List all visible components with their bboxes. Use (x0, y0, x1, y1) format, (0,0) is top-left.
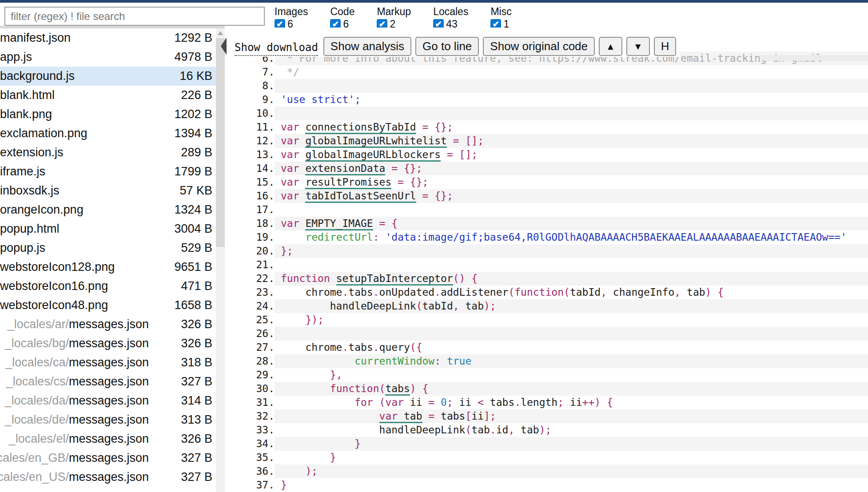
identifier-link[interactable]: globalImageURLwhitelist (305, 135, 447, 148)
source-viewer: 6. * For more info about this feature, s… (227, 28, 868, 492)
file-name: _locales/bg/messages.json (0, 337, 149, 350)
file-size: 16 KB (149, 69, 216, 83)
code-text: var tab = tabs[ii]; (275, 409, 868, 423)
file-row[interactable]: _locales/ca/messages.json318 B (0, 353, 216, 372)
file-base-name: background.js (0, 69, 75, 83)
identifier-link[interactable]: tab (404, 410, 422, 423)
file-name: extension.js (0, 146, 149, 159)
file-row[interactable]: popup.html3004 B (0, 219, 216, 238)
file-row[interactable]: inboxsdk.js57 KB (0, 181, 216, 200)
line-number: 14. (227, 162, 275, 175)
code-token: ; (447, 397, 459, 408)
code-token: = {}; (416, 121, 453, 133)
show-analysis-button[interactable]: Show analysis (323, 37, 411, 56)
file-row[interactable]: blank.html226 B (0, 86, 216, 105)
code-token: ) { (705, 286, 724, 298)
code-token (281, 355, 354, 367)
code-token (281, 397, 354, 408)
file-row[interactable]: webstoreIcon128.png9651 B (0, 258, 216, 277)
code-token: ii (471, 410, 484, 422)
code-line: 28. currentWindow: true (227, 354, 868, 368)
scroll-up-button[interactable]: ▲ (599, 37, 622, 56)
file-base-name: blank.html (0, 88, 55, 102)
code-text: ); (275, 464, 868, 478)
file-row[interactable]: manifest.json1292 B (0, 28, 216, 48)
identifier-link[interactable]: setupTabInterceptor (336, 273, 453, 286)
code-line: 23. chrome.tabs.onUpdated.addListener(fu… (227, 286, 868, 299)
file-row[interactable]: _locales/cs/messages.json327 B (0, 372, 216, 391)
file-row[interactable]: iframe.js1799 B (0, 162, 216, 181)
file-size: 289 B (149, 146, 216, 159)
file-row[interactable]: _locales/da/messages.json314 B (0, 391, 216, 410)
code-token: ); (484, 300, 496, 312)
code-token: ( (416, 300, 422, 312)
file-name: webstoreIcon16.png (0, 279, 149, 293)
code-text: var connectionsByTabId = {}; (275, 120, 868, 134)
go-to-line-button[interactable]: Go to line (415, 37, 479, 56)
file-row[interactable]: _locales/en_US/messages.json327 B (0, 468, 216, 487)
file-size: 9651 B (149, 260, 216, 274)
code-token: tab (521, 424, 539, 436)
line-number: 13. (227, 148, 275, 162)
identifier-link[interactable]: tabs (385, 383, 410, 396)
code-token (441, 355, 447, 367)
code-token: tabs (348, 286, 373, 298)
file-base-name: messages.json (69, 394, 149, 408)
identifier-link[interactable]: globalImageURLblockers (305, 149, 441, 162)
file-size: 318 B (149, 356, 216, 369)
identifier-link[interactable]: tabIdToLastSeenUrl (305, 190, 416, 203)
file-row[interactable]: _locales/bg/messages.json326 B (0, 334, 216, 353)
file-row[interactable]: app.js4978 B (0, 48, 216, 67)
file-name: inboxsdk.js (0, 184, 149, 198)
code-token: var (281, 163, 305, 174)
show-original-code-button[interactable]: Show original code (483, 37, 595, 56)
file-row[interactable]: extension.js289 B (0, 143, 216, 162)
code-token: ( (465, 424, 471, 436)
identifier-link[interactable]: connectionsByTabId (305, 121, 416, 134)
file-row[interactable]: popup.js529 B (0, 238, 216, 258)
identifier-link[interactable]: resultPromises (305, 176, 391, 189)
code-line: 15.var resultPromises = {}; (227, 175, 868, 189)
line-number: 28. (227, 354, 275, 368)
code-token: = {}; (385, 163, 422, 174)
line-number: 30. (227, 382, 275, 396)
file-base-name: popup.html (0, 222, 60, 236)
file-filter-input[interactable] (4, 7, 265, 26)
code-token: var (281, 149, 305, 160)
code-text: }); (275, 313, 868, 327)
file-base-name: messages.json (69, 432, 149, 446)
file-row[interactable]: _locales/de/messages.json313 B (0, 410, 216, 429)
horizontal-scrollbar[interactable] (760, 55, 868, 61)
file-list-scrollbar[interactable] (216, 28, 225, 492)
file-row[interactable]: webstoreIcon16.png471 B (0, 277, 216, 296)
file-row[interactable]: exclamation.png1394 B (0, 124, 216, 143)
highlight-button[interactable]: H (654, 37, 677, 56)
file-row[interactable]: _locales/ar/messages.json326 B (0, 315, 216, 334)
identifier-link[interactable]: var (379, 410, 404, 423)
code-line: 30. function(tabs) { (227, 382, 868, 396)
identifier-link[interactable]: EMPTY_IMAGE (305, 218, 373, 230)
file-name: blank.html (0, 88, 149, 102)
scrollbar-thumb[interactable] (216, 38, 225, 247)
code-token: ++) { (582, 397, 613, 408)
code-token: onUpdated (379, 286, 435, 298)
file-row[interactable]: background.js16 KB (0, 67, 216, 86)
scroll-down-button[interactable]: ▼ (626, 37, 650, 56)
code-line: 19. redirectUrl: 'data:image/gif;base64,… (227, 230, 868, 244)
file-row[interactable]: _locales/en_GB/messages.json327 B (0, 448, 216, 468)
code-token: chrome (281, 286, 342, 298)
filter-label: Misc (490, 6, 511, 17)
file-name: popup.js (0, 241, 149, 255)
show-download-link[interactable]: Show download (235, 41, 318, 56)
code-text: chrome.tabs.query({ (275, 341, 868, 354)
file-name: _locales/el/messages.json (0, 432, 149, 446)
file-row[interactable]: _locales/el/messages.json326 B (0, 429, 216, 448)
file-row[interactable]: blank.png1202 B (0, 105, 216, 124)
file-row[interactable]: webstoreIcon48.png1658 B (0, 296, 216, 315)
code-token: tabId (422, 300, 453, 312)
file-row[interactable]: orangeIcon.png1324 B (0, 200, 216, 219)
file-size: 314 B (149, 394, 216, 408)
code-text: currentWindow: true (275, 354, 868, 368)
filter-group-misc: Misc✔1 (490, 6, 511, 30)
identifier-link[interactable]: extensionData (305, 163, 385, 175)
